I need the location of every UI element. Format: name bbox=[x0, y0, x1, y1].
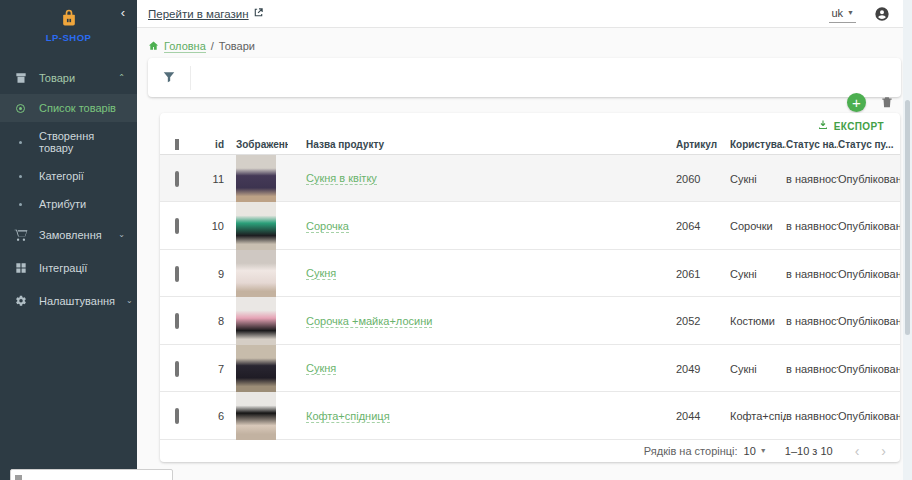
product-image[interactable] bbox=[236, 250, 276, 298]
row-sku: 2044 bbox=[676, 410, 730, 422]
next-page-button[interactable]: › bbox=[881, 444, 886, 458]
sidebar-item-label: Категорії bbox=[39, 170, 125, 182]
home-icon bbox=[148, 40, 159, 53]
go-to-store-link[interactable]: Перейти в магазин bbox=[148, 7, 264, 20]
previous-page-button[interactable]: ‹ bbox=[855, 444, 860, 458]
column-header-3: Назва продукту bbox=[288, 139, 676, 150]
rows-per-page-label: Рядків на сторінці: bbox=[644, 445, 738, 457]
product-image[interactable] bbox=[236, 297, 276, 345]
filter-icon[interactable] bbox=[162, 70, 176, 86]
column-header-7: Статус пу... bbox=[838, 139, 900, 150]
row-sku: 2061 bbox=[676, 268, 730, 280]
topbar: Перейти в магазин uk ▼ bbox=[137, 0, 912, 28]
page-scrollbar[interactable] bbox=[903, 0, 912, 480]
scrollbar-thumb[interactable] bbox=[905, 100, 910, 335]
export-row: ЕКСПОРТ bbox=[160, 113, 900, 135]
row-sku: 2049 bbox=[676, 363, 730, 375]
rows-per-page-select[interactable]: 10 ▼ bbox=[744, 445, 767, 457]
select-all-checkbox[interactable] bbox=[175, 139, 179, 150]
sidebar-item-3[interactable]: Категорії bbox=[0, 162, 137, 190]
export-button[interactable]: ЕКСПОРТ bbox=[817, 119, 884, 133]
row-id: 11 bbox=[200, 173, 226, 185]
sidebar-section-1[interactable]: Товари⌃ bbox=[0, 61, 137, 94]
account-icon[interactable] bbox=[874, 6, 890, 22]
product-name-link[interactable]: Сукня в квітку bbox=[306, 172, 377, 185]
row-id: 6 bbox=[200, 410, 226, 422]
pagination-range: 1–10 з 10 bbox=[785, 445, 833, 457]
chevron-down-icon: ⌄ bbox=[126, 296, 133, 305]
product-name-link[interactable]: Сорочка +майка+лосини bbox=[306, 315, 432, 328]
product-name-link[interactable]: Кофта+спідниця bbox=[306, 410, 390, 423]
row-name-cell: Кофта+спідниця bbox=[288, 408, 676, 425]
table-row: 8Сорочка +майка+лосини2052Костюмив наявн… bbox=[160, 297, 900, 345]
row-image-cell bbox=[226, 297, 288, 345]
product-name-link[interactable]: Сукня bbox=[306, 267, 336, 280]
row-name-cell: Сукня bbox=[288, 360, 676, 377]
row-checkbox[interactable] bbox=[175, 266, 179, 282]
row-checkbox-cell bbox=[160, 268, 200, 280]
topbar-right: uk ▼ bbox=[829, 5, 890, 23]
row-checkbox-cell bbox=[160, 220, 200, 232]
row-category: Кофта+спідниц bbox=[730, 410, 786, 422]
column-header-2: Зображення bbox=[226, 139, 288, 150]
row-category: Костюми bbox=[730, 315, 786, 327]
filter-panel bbox=[148, 58, 901, 97]
row-name-cell: Сукня в квітку bbox=[288, 170, 676, 187]
row-checkbox[interactable] bbox=[175, 408, 179, 424]
row-category: Сукні bbox=[730, 363, 786, 375]
product-name-link[interactable]: Сукня bbox=[306, 362, 336, 375]
row-checkbox-cell bbox=[160, 173, 200, 185]
sidebar-section-3[interactable]: Інтеграції bbox=[0, 251, 137, 284]
breadcrumb-current: Товари bbox=[219, 40, 255, 52]
sidebar-item-4[interactable]: Атрибути bbox=[0, 190, 137, 218]
apps-icon bbox=[13, 260, 28, 275]
rows-per-page: Рядків на сторінці: 10 ▼ bbox=[644, 445, 767, 457]
column-header-1: id bbox=[200, 139, 226, 150]
divider bbox=[190, 66, 191, 90]
collapse-sidebar-icon[interactable]: ‹ bbox=[121, 6, 125, 19]
sidebar-section-4[interactable]: Налаштування⌄ bbox=[0, 284, 137, 317]
row-image-cell bbox=[226, 202, 288, 250]
row-checkbox[interactable] bbox=[175, 171, 179, 187]
product-image[interactable] bbox=[236, 345, 276, 393]
row-category: Сорочки bbox=[730, 220, 786, 232]
add-product-button[interactable]: + bbox=[847, 93, 866, 112]
inventory-icon bbox=[13, 70, 28, 85]
breadcrumb: Головна / Товари bbox=[137, 28, 912, 54]
table-row: 10Сорочка2064Сорочкив наявностіОпубліков… bbox=[160, 202, 900, 250]
row-id: 7 bbox=[200, 363, 226, 375]
sidebar-section-label: Товари bbox=[39, 72, 107, 84]
row-sku: 2064 bbox=[676, 220, 730, 232]
cart-icon bbox=[13, 227, 28, 242]
row-published: Опубліковано bbox=[838, 410, 900, 422]
product-image[interactable] bbox=[236, 202, 276, 250]
table-body: 11Сукня в квітку2060Сукнів наявностіОпуб… bbox=[160, 155, 900, 440]
sidebar-item-1[interactable]: Список товарів bbox=[0, 94, 137, 122]
row-checkbox[interactable] bbox=[175, 313, 179, 329]
product-image[interactable] bbox=[236, 392, 276, 440]
bullet-icon bbox=[13, 141, 28, 144]
table-row: 9Сукня2061Сукнів наявностіОпубліковано bbox=[160, 250, 900, 298]
breadcrumb-separator: / bbox=[211, 40, 214, 52]
sidebar-item-2[interactable]: Створення товару bbox=[0, 122, 137, 162]
table-row: 7Сукня2049Сукнів наявностіОпубліковано bbox=[160, 345, 900, 393]
product-name-link[interactable]: Сорочка bbox=[306, 220, 349, 233]
row-name-cell: Сорочка +майка+лосини bbox=[288, 313, 676, 330]
delete-icon[interactable] bbox=[880, 95, 894, 111]
breadcrumb-home-link[interactable]: Головна bbox=[164, 40, 206, 53]
store-link-label: Перейти в магазин bbox=[148, 8, 249, 20]
chevron-up-icon: ⌃ bbox=[118, 73, 125, 82]
chevron-down-icon: ⌄ bbox=[118, 230, 125, 239]
main-area: Перейти в магазин uk ▼ Головна / Товари bbox=[137, 0, 912, 480]
row-checkbox[interactable] bbox=[175, 218, 179, 234]
download-icon bbox=[817, 119, 829, 133]
row-category: Сукні bbox=[730, 173, 786, 185]
table-header-row: idЗображенняНазва продуктуАртикулКористу… bbox=[160, 135, 900, 155]
product-image[interactable] bbox=[236, 155, 276, 203]
sidebar-section-2[interactable]: Замовлення⌄ bbox=[0, 218, 137, 251]
column-header-6: Статус на... bbox=[786, 139, 838, 150]
language-select[interactable]: uk ▼ bbox=[829, 5, 856, 23]
bullet-icon bbox=[13, 203, 28, 206]
row-checkbox[interactable] bbox=[175, 361, 179, 377]
sidebar-header: LP-SHOP ‹ bbox=[0, 0, 137, 51]
